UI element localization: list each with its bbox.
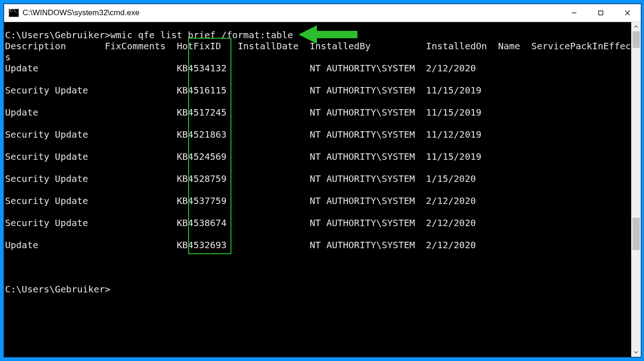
maximize-icon	[598, 10, 604, 16]
scroll-thumb-top[interactable]	[632, 31, 640, 48]
cmd-icon	[9, 9, 19, 17]
scroll-track[interactable]	[632, 31, 641, 348]
scroll-up-button[interactable]	[632, 22, 641, 31]
command-line: C:\Users\Gebruiker>wmic qfe list brief /…	[5, 29, 631, 41]
svg-rect-1	[599, 11, 603, 15]
chevron-up-icon	[634, 24, 638, 29]
table-row: Update KB4532693 NT AUTHORITY\SYSTEM 2/1…	[5, 239, 631, 250]
terminal-output[interactable]: C:\Users\Gebruiker>wmic qfe list brief /…	[4, 22, 631, 357]
titlebar[interactable]: C:\WINDOWS\system32\cmd.exe	[4, 4, 641, 22]
close-button[interactable]	[614, 4, 641, 22]
table-row: Update KB4517245 NT AUTHORITY\SYSTEM 11/…	[5, 107, 631, 118]
table-row: Security Update KB4528759 NT AUTHORITY\S…	[5, 173, 631, 184]
close-icon	[625, 10, 630, 16]
table-header-wrap: s	[5, 52, 631, 63]
vertical-scrollbar[interactable]	[631, 22, 641, 357]
cmd-window: C:\WINDOWS\system32\cmd.exe C:\Users\Geb…	[4, 4, 641, 357]
scroll-down-button[interactable]	[632, 348, 641, 357]
prompt-line: C:\Users\Gebruiker>	[5, 284, 631, 295]
table-row: Security Update KB4537759 NT AUTHORITY\S…	[5, 195, 631, 206]
maximize-button[interactable]	[587, 4, 614, 22]
window-controls	[561, 4, 641, 22]
table-row: Security Update KB4524569 NT AUTHORITY\S…	[5, 151, 631, 162]
table-header: Description FixComments HotFixID Install…	[5, 41, 631, 52]
window-title: C:\WINDOWS\system32\cmd.exe	[23, 8, 139, 17]
table-row: Update KB4534132 NT AUTHORITY\SYSTEM 2/1…	[5, 63, 631, 74]
minimize-icon	[571, 10, 577, 16]
table-row: Security Update KB4516115 NT AUTHORITY\S…	[5, 85, 631, 96]
table-row: Security Update KB4538674 NT AUTHORITY\S…	[5, 217, 631, 228]
chevron-down-icon	[634, 350, 638, 355]
scroll-thumb[interactable]	[632, 218, 640, 250]
table-row: Security Update KB4521863 NT AUTHORITY\S…	[5, 129, 631, 140]
minimize-button[interactable]	[561, 4, 587, 22]
